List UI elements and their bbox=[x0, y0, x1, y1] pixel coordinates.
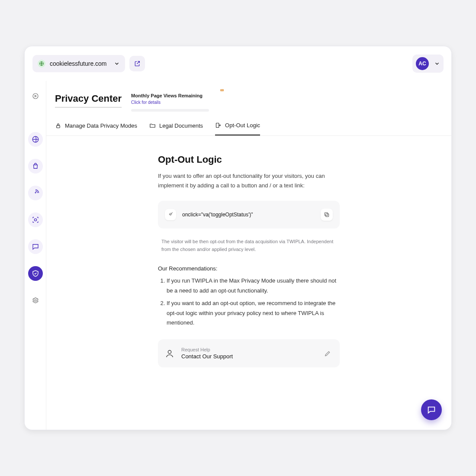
tab-manage-privacy-modes[interactable]: Manage Data Privacy Modes bbox=[55, 122, 137, 135]
rail-item-globe[interactable] bbox=[28, 132, 43, 147]
topbar: cookielessfuture.com AC bbox=[25, 46, 451, 81]
chat-icon bbox=[32, 243, 39, 251]
recommendations-title: Our Recommendations: bbox=[158, 265, 340, 272]
globe-icon bbox=[32, 135, 39, 143]
site-favicon-icon bbox=[38, 60, 45, 68]
svg-rect-5 bbox=[57, 125, 60, 128]
play-circle-icon bbox=[32, 93, 39, 100]
support-main: Contact Our Support bbox=[181, 353, 315, 360]
svg-rect-6 bbox=[216, 123, 219, 128]
rail-item-bag[interactable] bbox=[28, 159, 43, 174]
shield-check-icon bbox=[32, 270, 39, 277]
chevron-down-icon bbox=[434, 61, 440, 67]
content-panel: Opt-Out Logic If you want to offer an op… bbox=[158, 154, 340, 367]
content-lead: If you want to offer an opt-out function… bbox=[158, 171, 340, 190]
site-selector[interactable]: cookielessfuture.com bbox=[32, 55, 125, 72]
lock-icon bbox=[55, 122, 61, 129]
open-external-button[interactable] bbox=[129, 56, 145, 71]
account-menu[interactable]: AC bbox=[412, 55, 444, 73]
tag-icon bbox=[165, 209, 176, 220]
app-window: cookielessfuture.com AC bbox=[24, 46, 452, 430]
pencil-icon bbox=[324, 350, 331, 357]
radar-icon bbox=[32, 189, 39, 197]
bag-icon bbox=[32, 162, 39, 170]
rail-item-settings[interactable] bbox=[28, 293, 43, 308]
svg-point-4 bbox=[35, 299, 36, 301]
support-edit-button[interactable] bbox=[322, 348, 333, 359]
tab-opt-out-logic[interactable]: Opt-Out Logic bbox=[215, 122, 260, 135]
support-kicker: Request Help bbox=[181, 347, 315, 352]
tab-label: Manage Data Privacy Modes bbox=[65, 122, 137, 129]
user-initials: AC bbox=[418, 61, 426, 67]
quota-widget[interactable]: Monthly Page Views Remaining Click for d… bbox=[131, 93, 209, 112]
tab-bar: Manage Data Privacy Modes Legal Document… bbox=[46, 112, 451, 136]
content-heading: Opt-Out Logic bbox=[158, 154, 340, 165]
person-icon bbox=[165, 349, 174, 358]
support-card[interactable]: Request Help Contact Our Support bbox=[158, 339, 340, 367]
chat-bubble-icon bbox=[427, 405, 436, 415]
page-header: Privacy Center Monthly Page Views Remain… bbox=[46, 81, 451, 112]
chat-fab[interactable] bbox=[421, 399, 442, 420]
svg-point-3 bbox=[34, 219, 36, 221]
recommendations-list: If you run TWIPLA in the Max Privacy Mod… bbox=[158, 276, 340, 328]
quota-details-link[interactable]: Click for details bbox=[131, 100, 209, 105]
rail-item-privacy[interactable] bbox=[28, 266, 43, 281]
code-note: The visitor will be then opt-out from th… bbox=[161, 238, 336, 253]
svg-point-1 bbox=[33, 93, 38, 99]
folder-icon bbox=[149, 122, 156, 129]
copy-button[interactable] bbox=[321, 209, 333, 221]
quota-infinity-badge: ∞ bbox=[220, 87, 224, 93]
site-domain-label: cookielessfuture.com bbox=[50, 60, 107, 67]
quota-progress-bar bbox=[131, 109, 209, 112]
code-snippet-card: onclick="va('toggleOptStatus')" bbox=[158, 201, 340, 228]
tab-legal-documents[interactable]: Legal Documents bbox=[149, 122, 203, 135]
svg-point-9 bbox=[168, 350, 171, 353]
external-link-icon bbox=[134, 60, 141, 67]
page-title: Privacy Center bbox=[55, 93, 122, 108]
page-canvas: Privacy Center Monthly Page Views Remain… bbox=[46, 81, 451, 430]
user-avatar: AC bbox=[416, 57, 429, 70]
exit-icon bbox=[215, 122, 222, 129]
svg-rect-7 bbox=[326, 214, 329, 217]
code-text: onclick="va('toggleOptStatus')" bbox=[182, 212, 315, 218]
left-nav-rail bbox=[25, 81, 46, 430]
rail-item-radar[interactable] bbox=[28, 186, 43, 200]
rail-item-scan[interactable] bbox=[28, 212, 43, 227]
tab-label: Opt-Out Logic bbox=[225, 122, 260, 129]
chevron-down-icon bbox=[114, 61, 120, 67]
gear-icon bbox=[32, 297, 39, 304]
rail-item-play[interactable] bbox=[28, 89, 43, 103]
copy-icon bbox=[324, 212, 330, 218]
list-item: If you run TWIPLA in the Max Privacy Mod… bbox=[167, 276, 340, 296]
scan-icon bbox=[32, 216, 39, 224]
rail-item-chat[interactable] bbox=[28, 239, 43, 254]
tab-label: Legal Documents bbox=[159, 122, 203, 129]
svg-rect-8 bbox=[325, 213, 328, 216]
list-item: If you want to add an opt-out option, we… bbox=[167, 299, 340, 328]
quota-label: Monthly Page Views Remaining bbox=[131, 93, 209, 98]
